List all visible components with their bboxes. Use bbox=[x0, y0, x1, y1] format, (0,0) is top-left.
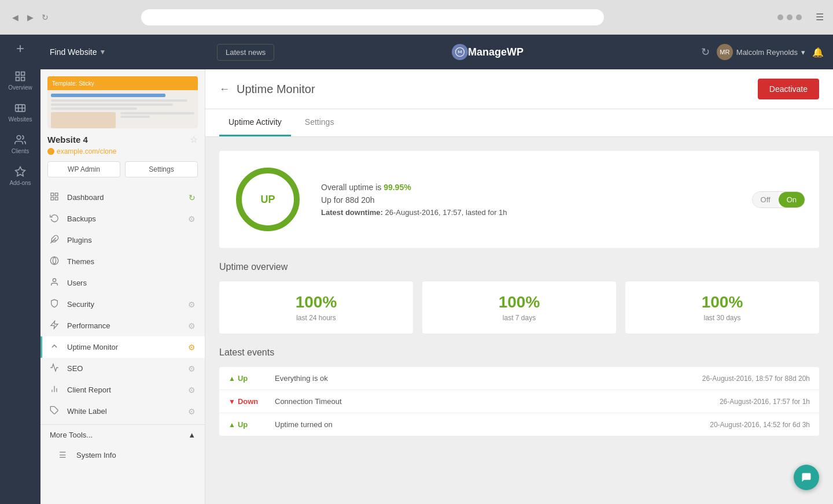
overview-card-30d: 100% last 30 days bbox=[625, 281, 819, 333]
toggle-on[interactable]: On bbox=[779, 192, 805, 207]
overview-period-7d: last 7 days bbox=[434, 314, 605, 322]
find-website-caret: ▼ bbox=[99, 48, 106, 56]
nav-item-themes[interactable]: Themes bbox=[40, 251, 205, 272]
client-report-icon bbox=[50, 384, 61, 395]
nav-item-security[interactable]: Security ⚙ bbox=[40, 294, 205, 315]
nav-security-label: Security bbox=[67, 300, 188, 309]
uptime-overview-title: Uptime overview bbox=[219, 262, 819, 272]
sidebar-item-addons[interactable]: Add-ons bbox=[3, 161, 38, 191]
uptime-info: Overall uptime is 99.95% Up for 88d 20h … bbox=[321, 183, 734, 217]
sidebar-item-clients[interactable]: Clients bbox=[3, 129, 38, 159]
more-tools-section: More Tools... ▲ ☰ System Info bbox=[40, 424, 205, 465]
plugins-icon bbox=[50, 235, 61, 246]
reload-nav-btn[interactable]: ↻ bbox=[39, 12, 51, 23]
users-icon bbox=[50, 277, 61, 288]
nav-item-backups[interactable]: Backups ⚙ bbox=[40, 208, 205, 229]
downtime-value: 26-August-2016, 17:57, lasted for 1h bbox=[385, 208, 507, 217]
overview-pct-24h: 100% bbox=[231, 293, 401, 312]
svg-point-5 bbox=[17, 136, 21, 140]
more-tools-header[interactable]: More Tools... ▲ bbox=[40, 425, 205, 445]
url-icon bbox=[47, 148, 54, 155]
overview-pct-7d: 100% bbox=[434, 293, 605, 312]
wp-admin-btn[interactable]: WP Admin bbox=[47, 161, 120, 177]
uptime-monitor-gear-icon: ⚙ bbox=[188, 343, 196, 352]
nav-item-seo[interactable]: SEO ⚙ bbox=[40, 358, 205, 379]
latest-news-btn[interactable]: Latest news bbox=[217, 44, 274, 61]
back-btn[interactable]: ← bbox=[219, 83, 230, 95]
sidebar-item-overview[interactable]: Overview bbox=[3, 66, 38, 95]
user-btn[interactable]: MR Malcolm Reynolds ▾ bbox=[717, 44, 805, 60]
website-name: Website 4 bbox=[47, 135, 88, 144]
sidebar-item-websites[interactable]: Websites bbox=[3, 98, 38, 127]
sidebar-item-clients-label: Clients bbox=[12, 148, 30, 154]
preview-sticky-bar: Template: Sticky bbox=[47, 76, 198, 90]
user-area: ↻ MR Malcolm Reynolds ▾ 🔔 bbox=[701, 44, 833, 60]
uptime-status-card: UP Overall uptime is 99.95% Up for 88d 2… bbox=[219, 151, 819, 248]
toggle-off[interactable]: Off bbox=[753, 192, 779, 207]
svg-point-8 bbox=[458, 50, 459, 51]
performance-gear-icon: ⚙ bbox=[188, 321, 196, 331]
svg-rect-11 bbox=[55, 193, 58, 196]
more-tools-label: More Tools... bbox=[50, 431, 93, 439]
nav-item-client-report[interactable]: Client Report ⚙ bbox=[40, 379, 205, 401]
forward-nav-btn[interactable]: ▶ bbox=[24, 12, 36, 23]
nav-backups-label: Backups bbox=[67, 214, 188, 223]
seo-gear-icon: ⚙ bbox=[188, 364, 196, 373]
nav-themes-label: Themes bbox=[67, 257, 196, 266]
event-status-label-1: Down bbox=[238, 397, 258, 406]
nav-item-users[interactable]: Users bbox=[40, 272, 205, 294]
event-status-0: ▲ Up bbox=[228, 374, 275, 383]
find-website-label[interactable]: Find Website bbox=[50, 47, 97, 57]
seo-icon bbox=[50, 363, 61, 374]
toggle-control[interactable]: Off On bbox=[752, 191, 805, 208]
tab-settings[interactable]: Settings bbox=[296, 109, 344, 136]
svg-rect-1 bbox=[21, 72, 25, 76]
nav-item-plugins[interactable]: Plugins bbox=[40, 229, 205, 251]
event-status-label-0: Up bbox=[238, 374, 248, 383]
settings-btn[interactable]: Settings bbox=[125, 161, 198, 177]
refresh-btn[interactable]: ↻ bbox=[701, 46, 710, 58]
backups-icon bbox=[50, 213, 61, 224]
website-preview: Template: Sticky bbox=[47, 76, 198, 128]
nav-item-uptime-monitor[interactable]: Uptime Monitor ⚙ bbox=[40, 336, 205, 358]
add-site-btn[interactable]: + bbox=[16, 40, 24, 57]
nav-dashboard-label: Dashboard bbox=[67, 193, 189, 202]
deactivate-btn[interactable]: Deactivate bbox=[758, 79, 819, 99]
tab-uptime-activity[interactable]: Uptime Activity bbox=[219, 109, 291, 136]
event-desc-1: Connection Timeout bbox=[275, 397, 720, 406]
system-info-icon: ☰ bbox=[59, 450, 71, 459]
nav-users-label: Users bbox=[67, 279, 196, 287]
event-status-label-2: Up bbox=[238, 420, 248, 429]
nav-item-dashboard[interactable]: Dashboard ↻ bbox=[40, 187, 205, 208]
sidebar-nav: Dashboard ↻ Backups ⚙ Pl bbox=[40, 184, 205, 424]
latest-events-title: Latest events bbox=[219, 347, 819, 358]
nav-item-performance[interactable]: Performance ⚙ bbox=[40, 315, 205, 336]
page-title: Uptime Monitor bbox=[237, 83, 315, 96]
bell-icon[interactable]: 🔔 bbox=[812, 47, 824, 58]
website-name-row: Website 4 ☆ bbox=[47, 134, 198, 145]
hamburger-icon[interactable]: ☰ bbox=[816, 12, 824, 23]
browser-chrome: ◀ ▶ ↻ ☰ bbox=[0, 0, 833, 35]
more-tools-item-system-info[interactable]: ☰ System Info bbox=[40, 445, 205, 465]
address-bar[interactable] bbox=[141, 9, 604, 25]
nav-white-label-label: White Label bbox=[67, 407, 188, 416]
browser-dots bbox=[777, 14, 802, 20]
sidebar-item-addons-label: Add-ons bbox=[9, 180, 31, 186]
star-btn[interactable]: ☆ bbox=[190, 134, 198, 145]
overview-card-24h: 100% last 24 hours bbox=[219, 281, 413, 333]
top-bar: Find Website ▼ Latest news ManageWP ↻ MR… bbox=[40, 35, 833, 69]
svg-rect-3 bbox=[21, 77, 25, 81]
svg-rect-2 bbox=[16, 77, 20, 81]
svg-point-17 bbox=[53, 279, 56, 281]
overview-period-24h: last 24 hours bbox=[231, 314, 401, 322]
logo-area: ManageWP bbox=[274, 44, 701, 60]
client-report-gear-icon: ⚙ bbox=[188, 386, 196, 395]
downtime-label: Latest downtime: bbox=[321, 208, 383, 217]
back-nav-btn[interactable]: ◀ bbox=[9, 12, 21, 23]
chat-bubble[interactable] bbox=[794, 465, 819, 490]
svg-point-9 bbox=[460, 50, 462, 51]
nav-item-white-label[interactable]: White Label ⚙ bbox=[40, 401, 205, 422]
app: + Overview Websites Clients Add-ons Find… bbox=[0, 35, 833, 504]
tabs-bar: Uptime Activity Settings bbox=[205, 109, 833, 137]
icon-sidebar: + Overview Websites Clients Add-ons bbox=[0, 35, 40, 504]
